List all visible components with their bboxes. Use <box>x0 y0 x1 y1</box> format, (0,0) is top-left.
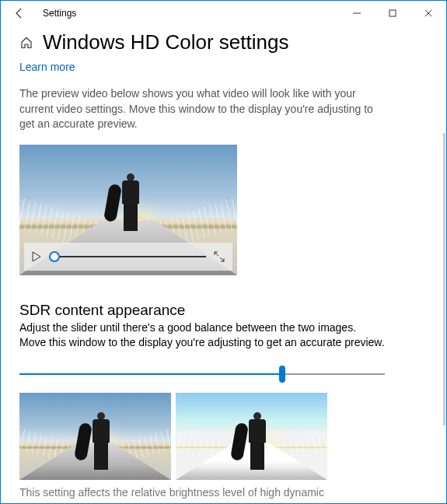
window-controls <box>339 1 446 26</box>
comparison-image-adjusted <box>176 393 327 480</box>
page-heading-row: Windows HD Color settings <box>19 30 428 54</box>
fullscreen-button[interactable] <box>214 251 225 262</box>
sdr-brightness-slider[interactable] <box>19 366 385 382</box>
close-button[interactable] <box>410 1 446 26</box>
home-icon[interactable] <box>19 36 33 50</box>
content-area: Windows HD Color settings Learn more The… <box>1 26 446 503</box>
video-seek-thumb[interactable] <box>49 251 60 262</box>
page-title: Windows HD Color settings <box>43 30 288 54</box>
learn-more-link[interactable]: Learn more <box>19 61 75 73</box>
comparison-image-reference <box>19 393 171 480</box>
app-name: Settings <box>43 8 76 19</box>
window-titlebar: Settings <box>1 1 446 26</box>
slider-thumb[interactable] <box>279 366 285 383</box>
video-seek-track[interactable] <box>51 256 206 257</box>
play-button[interactable] <box>32 251 43 262</box>
preview-video[interactable] <box>19 145 237 275</box>
maximize-button[interactable] <box>375 1 410 26</box>
video-controls <box>24 243 232 271</box>
sdr-description: Adjust the slider until there's a good b… <box>19 320 385 351</box>
scrollbar[interactable] <box>443 133 445 425</box>
svg-rect-1 <box>389 10 396 16</box>
sdr-footer-note: This setting affects the relative bright… <box>19 486 428 499</box>
comparison-row <box>19 393 428 480</box>
back-button[interactable] <box>7 1 32 26</box>
minimize-button[interactable] <box>339 1 375 26</box>
slider-fill <box>19 373 282 375</box>
preview-description: The preview video below shows you what v… <box>19 86 377 132</box>
sdr-heading: SDR content appearance <box>19 302 428 319</box>
